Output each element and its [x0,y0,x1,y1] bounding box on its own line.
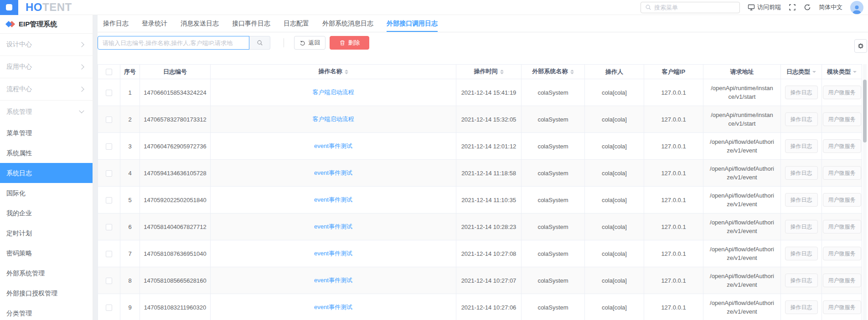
column-header-external-system[interactable]: 外部系统名称 [522,65,585,79]
menu-search-box[interactable] [641,2,740,13]
operation-name-link[interactable]: event事件测试 [314,277,352,284]
sidebar-group-system-management[interactable]: 系统管理 [0,101,93,123]
column-header-select[interactable] [98,65,120,79]
log-table: 序号日志编号操作名称操作时间外部系统名称操作人客户端IP请求地址日志类型模块类型… [98,64,862,320]
refresh-icon[interactable] [804,4,811,11]
sidebar-item-system-properties[interactable]: 系统属性 [0,143,93,163]
sort-icon[interactable] [345,68,348,76]
sidebar-group-label: 设计中心 [6,41,32,49]
app-logo-tile[interactable] [0,0,18,15]
table-row: 51470592022502051840event事件测试2021-12-14 … [98,187,862,213]
sidebar-item-i18n[interactable]: 国际化 [0,183,93,203]
delete-button[interactable]: 删除 [330,36,369,50]
cell-operation-name: 客户端启动流程 [211,106,456,133]
table-settings-button[interactable] [854,39,867,53]
cell-module-type: 用户微服务 [822,106,862,133]
table-header-row: 序号日志编号操作名称操作时间外部系统名称操作人客户端IP请求地址日志类型模块类型 [98,65,862,79]
operation-name-link[interactable]: event事件测试 [314,169,352,176]
cell-checkbox [98,187,120,213]
log-type-tag: 操作日志 [785,220,818,234]
module-type-tag: 用户微服务 [823,300,861,314]
cell-client-ip: 127.0.0.1 [644,187,703,213]
filter-icon[interactable] [853,71,857,75]
tab-external-system-message-log[interactable]: 外部系统消息日志 [322,15,373,32]
scrollbar-thumb[interactable] [863,80,867,142]
cell-module-type: 用户微服务 [822,213,862,240]
sidebar-group-app-center[interactable]: 应用中心 [0,56,93,78]
cell-checkbox [98,267,120,294]
cell-operator: cola[cola] [585,187,644,213]
column-label: 日志类型 [786,68,810,75]
log-search-box[interactable] [98,36,249,50]
sort-icon[interactable] [500,68,504,76]
menu-search-input[interactable] [654,4,735,11]
row-checkbox[interactable] [106,117,112,123]
back-button[interactable]: 返回 [294,36,326,50]
sidebar-item-scheduled-tasks[interactable]: 定时计划 [0,223,93,243]
row-checkbox[interactable] [106,251,112,257]
operation-name-link[interactable]: event事件测试 [314,223,352,230]
sidebar-app-title: EIP管理系统 [0,15,93,34]
tab-operation-log[interactable]: 操作日志 [103,15,129,32]
sidebar-item-external-system-management[interactable]: 外部系统管理 [0,263,93,283]
cell-log-type: 操作日志 [781,294,822,320]
column-label: 模块类型 [827,68,851,75]
column-header-operation-name[interactable]: 操作名称 [211,65,456,79]
cell-operation-time: 2021-12-14 10:27:07 [456,267,522,294]
row-checkbox[interactable] [106,224,112,230]
sidebar-item-external-api-auth-management[interactable]: 外部接口授权管理 [0,283,93,303]
log-search-input[interactable] [103,40,244,46]
operation-name-link[interactable]: 客户端启动流程 [313,116,354,122]
cell-index: 8 [120,267,140,294]
sidebar-menu: 菜单管理系统属性系统日志国际化我的企业定时计划密码策略外部系统管理外部接口授权管… [0,123,93,320]
sidebar-group-flow-center[interactable]: 流程中心 [0,78,93,101]
visit-frontend-button[interactable]: 访问前端 [748,3,781,11]
column-label: 序号 [124,68,136,75]
tab-message-send-log[interactable]: 消息发送日志 [181,15,219,32]
operation-name-link[interactable]: event事件测试 [314,304,352,310]
tab-external-api-call-log[interactable]: 外部接口调用日志 [387,15,438,32]
row-checkbox[interactable] [106,90,112,96]
row-checkbox[interactable] [106,197,112,203]
search-button[interactable] [249,36,270,50]
row-checkbox[interactable] [106,305,112,311]
cell-index: 4 [120,160,140,187]
row-checkbox[interactable] [106,278,112,284]
cell-operation-name: event事件测试 [211,267,456,294]
column-header-module-type[interactable]: 模块类型 [822,65,862,79]
row-checkbox[interactable] [106,170,112,177]
avatar[interactable] [850,1,863,14]
cell-operator: cola[cola] [585,294,644,320]
fullscreen-icon[interactable] [789,4,796,11]
tab-login-stats[interactable]: 登录统计 [142,15,167,32]
tab-interface-event-log[interactable]: 接口事件日志 [232,15,270,32]
operation-name-link[interactable]: 客户端启动流程 [313,89,354,96]
operation-name-link[interactable]: event事件测试 [314,142,352,149]
sidebar-item-system-log[interactable]: 系统日志 [0,163,93,183]
sort-icon[interactable] [570,68,574,76]
cell-operation-time: 2021-12-14 10:27:06 [456,294,522,320]
sidebar-item-password-policy[interactable]: 密码策略 [0,243,93,263]
tab-bar: 操作日志登录统计消息发送日志接口事件日志日志配置外部系统消息日志外部接口调用日志 [98,15,868,32]
main-content: 操作日志登录统计消息发送日志接口事件日志日志配置外部系统消息日志外部接口调用日志… [93,15,868,320]
sidebar-group-design-center[interactable]: 设计中心 [0,34,93,56]
log-type-tag: 操作日志 [785,166,818,180]
column-header-log-type[interactable]: 日志类型 [781,65,822,79]
cell-checkbox [98,213,120,240]
language-selector[interactable]: 简体中文 [819,3,842,11]
column-header-operation-time[interactable]: 操作时间 [456,65,522,79]
cell-log-type: 操作日志 [781,187,822,213]
operation-name-link[interactable]: event事件测试 [314,196,352,203]
operation-name-link[interactable]: event事件测试 [314,250,352,257]
cell-log-id: 1470581083211960320 [140,294,211,320]
cell-request-url: /openApi/flow/defAuthorize/v1/event [703,267,781,294]
filter-icon[interactable] [812,71,816,75]
select-all-checkbox[interactable] [106,69,112,75]
sidebar-item-menu-management[interactable]: 菜单管理 [0,123,93,143]
cell-checkbox [98,160,120,187]
tab-log-config[interactable]: 日志配置 [284,15,309,32]
cell-request-url: /openApi/flow/defAuthorize/v1/event [703,133,781,160]
sidebar-item-category-management[interactable]: 分类管理 [0,303,93,320]
sidebar-item-my-enterprise[interactable]: 我的企业 [0,203,93,223]
row-checkbox[interactable] [106,143,112,150]
